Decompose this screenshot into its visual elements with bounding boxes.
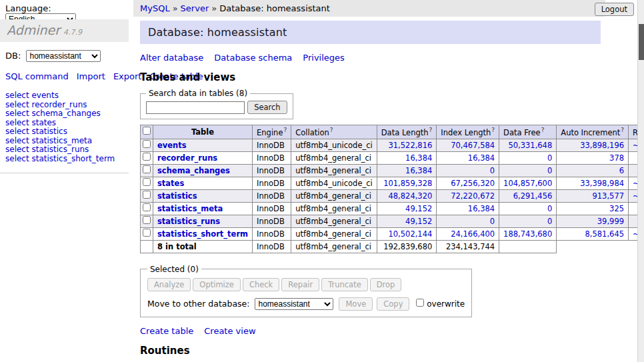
breadcrumb-link-server[interactable]: Server: [181, 3, 209, 13]
sidebar-select-link-select-statistics-meta[interactable]: select statistics_meta: [5, 137, 123, 145]
index-length-cell: 16,384: [437, 202, 499, 215]
move-row: Move to other database: homeassistant Mo…: [147, 297, 465, 311]
column-header-data-free[interactable]: Data Free?: [499, 125, 557, 139]
repair-button[interactable]: Repair: [281, 278, 319, 291]
table-link-events[interactable]: events: [157, 141, 187, 150]
breadcrumb: MySQL»Server»Database: homeassistant: [133, 0, 605, 17]
engine-cell: InnoDB: [253, 151, 291, 164]
auto-increment-cell: 378: [557, 151, 629, 164]
copy-button[interactable]: Copy: [377, 297, 409, 311]
row-checkbox[interactable]: [143, 216, 151, 224]
breadcrumb-link-mysql[interactable]: MySQL: [140, 3, 170, 13]
data-length-cell: 10,502,144: [377, 227, 437, 240]
total-data-free-cell: [499, 240, 557, 253]
optimize-button[interactable]: Optimize: [193, 278, 241, 291]
database-action-link-alter-database[interactable]: Alter database: [140, 53, 203, 63]
column-header-auto-increment[interactable]: Auto Increment?: [557, 125, 629, 139]
overwrite-checkbox[interactable]: [416, 299, 424, 307]
create-link-create-view[interactable]: Create view: [204, 326, 255, 336]
create-link-create-table[interactable]: Create table: [140, 326, 193, 336]
table-link-statistics-runs[interactable]: statistics_runs: [157, 217, 220, 226]
auto-increment-cell: 8,581,645: [557, 227, 629, 240]
row-checkbox[interactable]: [143, 140, 151, 148]
selected-fieldset: Selected (0) AnalyzeOptimizeCheckRepairT…: [140, 265, 472, 317]
table-row-schema-changes: schema_changesInnoDButf8mb4_general_ci16…: [141, 164, 644, 177]
sidebar-select-link-select-recorder-runs[interactable]: select recorder_runs: [5, 101, 123, 109]
drop-button[interactable]: Drop: [370, 278, 402, 291]
row-checkbox[interactable]: [143, 178, 151, 186]
table-name-cell: states: [153, 177, 253, 189]
move-button[interactable]: Move: [339, 297, 373, 311]
analyze-button[interactable]: Analyze: [147, 278, 191, 291]
collation-cell: utf8mb4_general_ci: [291, 189, 377, 202]
sidebar-select-link-select-states[interactable]: select states: [5, 119, 123, 127]
engine-cell: InnoDB: [253, 139, 291, 151]
auto-increment-cell: 33,898,196: [557, 139, 629, 151]
sidebar-quick-link-export[interactable]: Export: [113, 71, 142, 81]
table-link-statistics-short-term[interactable]: statistics_short_term: [157, 229, 248, 239]
sidebar-select-link-select-statistics-short-term[interactable]: select statistics_short_term: [5, 155, 123, 163]
column-header-collation[interactable]: Collation?: [291, 125, 377, 139]
table-link-states[interactable]: states: [157, 179, 184, 188]
column-help-icon[interactable]: ?: [621, 127, 624, 133]
column-help-icon[interactable]: ?: [491, 127, 495, 133]
db-selector-row: DB: homeassistant: [0, 42, 129, 65]
row-checkbox[interactable]: [143, 165, 151, 173]
collation-cell: utf8mb4_unicode_ci: [291, 139, 377, 151]
total-index-length-cell: 234,143,744: [437, 240, 499, 253]
total-data-length-cell: 192,839,680: [377, 240, 437, 253]
column-help-icon[interactable]: ?: [429, 127, 433, 133]
total-empty-cell: [557, 240, 629, 253]
sidebar-quick-link-import[interactable]: Import: [77, 71, 105, 81]
move-database-select[interactable]: homeassistant: [255, 298, 333, 310]
sidebar-select-link-select-statistics-runs[interactable]: select statistics_runs: [5, 145, 123, 154]
column-header-data-length[interactable]: Data Length?: [377, 125, 437, 139]
row-checkbox[interactable]: [143, 153, 151, 161]
search-input[interactable]: [146, 101, 245, 114]
auto-increment-cell: 39,999: [557, 215, 629, 227]
sidebar-select-link-select-events[interactable]: select events: [5, 91, 123, 100]
routines-heading: Routines: [140, 345, 601, 357]
engine-cell: InnoDB: [253, 189, 291, 202]
scrollbar-thumb[interactable]: [639, 24, 644, 60]
table-link-recorder-runs[interactable]: recorder_runs: [157, 153, 217, 163]
table-row-events: eventsInnoDButf8mb4_unicode_ci31,522,816…: [141, 139, 644, 151]
database-action-link-database-schema[interactable]: Database schema: [214, 53, 292, 63]
auto-increment-cell: 325: [557, 202, 629, 215]
row-checkbox-cell: [141, 215, 153, 227]
column-header-engine[interactable]: Engine?: [253, 125, 291, 139]
table-link-statistics[interactable]: statistics: [157, 191, 197, 201]
sidebar-select-link-select-schema-changes[interactable]: select schema_changes: [5, 109, 123, 118]
auto-increment-cell: 33,398,984: [557, 177, 629, 189]
row-checkbox[interactable]: [143, 229, 151, 237]
db-select[interactable]: homeassistant: [26, 50, 101, 62]
column-help-icon[interactable]: ?: [330, 127, 333, 133]
table-link-schema-changes[interactable]: schema_changes: [157, 166, 230, 175]
row-checkbox-cell: [141, 164, 153, 177]
column-help-icon[interactable]: ?: [541, 127, 545, 133]
table-row-statistics: statisticsInnoDButf8mb4_general_ci48,824…: [141, 189, 644, 202]
search-button[interactable]: Search: [247, 101, 287, 114]
select-all-checkbox[interactable]: [143, 127, 151, 135]
column-header-table: Table: [153, 125, 253, 139]
column-header-index-length[interactable]: Index Length?: [437, 125, 499, 139]
row-checkbox[interactable]: [143, 203, 151, 211]
column-help-icon[interactable]: ?: [283, 127, 287, 133]
sidebar-quick-link-sql-command[interactable]: SQL command: [5, 71, 69, 81]
row-checkbox[interactable]: [143, 191, 151, 199]
truncate-button[interactable]: Truncate: [321, 278, 368, 291]
data-free-cell: 104,857,600: [499, 177, 557, 189]
overwrite-option: overwrite: [416, 299, 465, 309]
row-checkbox-cell: [141, 202, 153, 215]
database-action-link-privileges[interactable]: Privileges: [303, 53, 345, 63]
data-free-cell: 188,743,680: [499, 227, 557, 240]
scrollbar-track[interactable]: [637, 0, 644, 362]
table-link-statistics-meta[interactable]: statistics_meta: [157, 204, 223, 213]
sidebar-select-link-select-statistics[interactable]: select statistics: [5, 127, 123, 136]
check-button[interactable]: Check: [243, 278, 279, 291]
move-label: Move to other database:: [147, 299, 249, 309]
collation-cell: utf8mb4_general_ci: [291, 151, 377, 164]
table-name-cell: statistics_meta: [153, 202, 253, 215]
logout-button[interactable]: Logout: [595, 3, 634, 16]
engine-cell: InnoDB: [253, 202, 291, 215]
